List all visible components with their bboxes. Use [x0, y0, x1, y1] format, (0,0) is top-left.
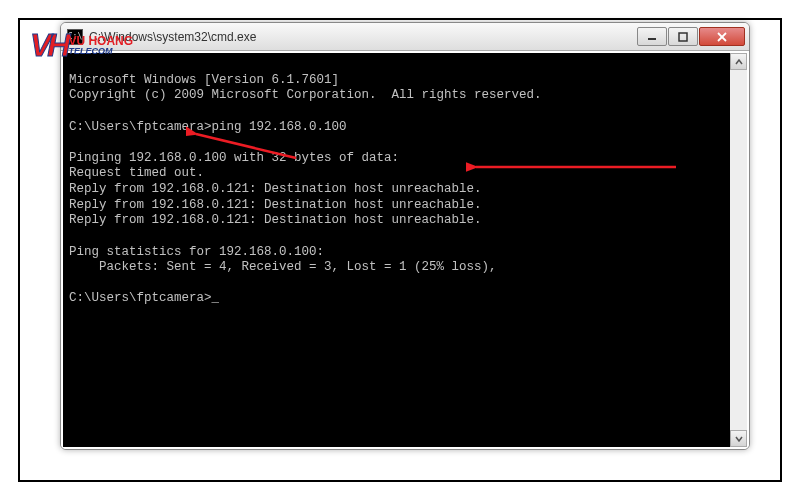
scroll-up-button[interactable]: [730, 53, 747, 70]
cmd-window: C:\ C:\Windows\system32\cmd.exe Microsof…: [60, 22, 750, 450]
close-button[interactable]: [699, 27, 745, 46]
close-icon: [717, 32, 727, 42]
logo-brand-bottom: TELECOM: [68, 47, 133, 56]
terminal-line: Packets: Sent = 4, Received = 3, Lost = …: [69, 260, 497, 274]
terminal-line: Reply from 192.168.0.121: Destination ho…: [69, 213, 482, 227]
svg-rect-1: [679, 33, 687, 41]
scrollbar[interactable]: [730, 53, 747, 447]
terminal-line: Ping statistics for 192.168.0.100:: [69, 245, 324, 259]
minimize-button[interactable]: [637, 27, 667, 46]
maximize-button[interactable]: [668, 27, 698, 46]
maximize-icon: [678, 32, 688, 42]
terminal-line: C:\Users\fptcamera>ping 192.168.0.100: [69, 120, 347, 134]
terminal-line: Request timed out.: [69, 166, 204, 180]
logo-glyph: VH: [30, 27, 66, 64]
terminal-line: Copyright (c) 2009 Microsoft Corporation…: [69, 88, 542, 102]
terminal-output[interactable]: Microsoft Windows [Version 6.1.7601] Cop…: [63, 53, 730, 447]
window-controls: [637, 27, 745, 46]
chevron-down-icon: [735, 435, 743, 443]
terminal-line: Microsoft Windows [Version 6.1.7601]: [69, 73, 339, 87]
scroll-track[interactable]: [730, 70, 747, 430]
brand-logo: VH VU HOANG TELECOM: [30, 27, 133, 64]
terminal-prompt: C:\Users\fptcamera>_: [69, 291, 219, 305]
scroll-down-button[interactable]: [730, 430, 747, 447]
minimize-icon: [647, 32, 657, 42]
terminal-line: Pinging 192.168.0.100 with 32 bytes of d…: [69, 151, 399, 165]
chevron-up-icon: [735, 58, 743, 66]
window-title: C:\Windows\system32\cmd.exe: [89, 30, 637, 44]
title-bar[interactable]: C:\ C:\Windows\system32\cmd.exe: [61, 23, 749, 51]
terminal-line: Reply from 192.168.0.121: Destination ho…: [69, 198, 482, 212]
terminal-line: Reply from 192.168.0.121: Destination ho…: [69, 182, 482, 196]
